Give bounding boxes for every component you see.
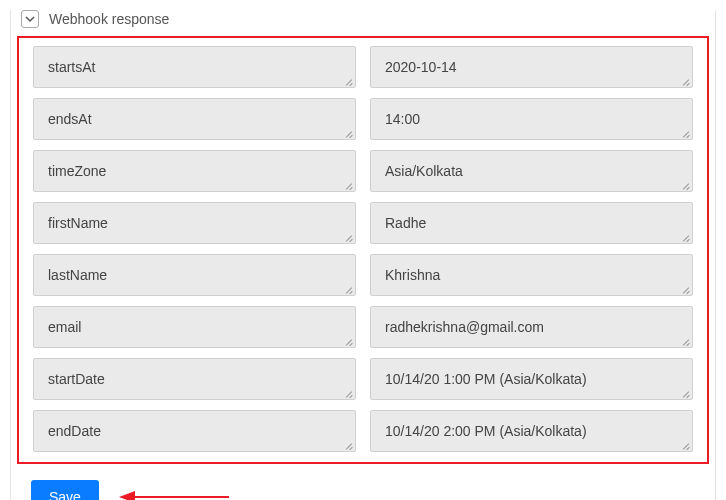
field-value-endsAt[interactable]: 14:00: [370, 98, 693, 140]
resize-handle-icon: [343, 180, 353, 190]
resize-handle-icon: [343, 128, 353, 138]
field-key-startDate[interactable]: startDate: [33, 358, 356, 400]
table-row: firstName Radhe: [33, 202, 693, 244]
resize-handle-icon: [343, 76, 353, 86]
section-header: Webhook response: [17, 10, 709, 36]
table-row: endDate 10/14/20 2:00 PM (Asia/Kolkata): [33, 410, 693, 452]
resize-handle-icon: [680, 284, 690, 294]
fields-panel: startsAt 2020-10-14 endsAt 14:00 timeZon…: [17, 36, 709, 464]
resize-handle-icon: [680, 76, 690, 86]
table-row: lastName Khrishna: [33, 254, 693, 296]
resize-handle-icon: [343, 232, 353, 242]
table-row: timeZone Asia/Kolkata: [33, 150, 693, 192]
table-row: startsAt 2020-10-14: [33, 46, 693, 88]
field-key-timeZone[interactable]: timeZone: [33, 150, 356, 192]
arrow-annotation-icon: [119, 487, 229, 500]
resize-handle-icon: [343, 284, 353, 294]
collapse-toggle[interactable]: [21, 10, 39, 28]
field-value-lastName[interactable]: Khrishna: [370, 254, 693, 296]
field-key-email[interactable]: email: [33, 306, 356, 348]
table-row: endsAt 14:00: [33, 98, 693, 140]
resize-handle-icon: [343, 388, 353, 398]
footer-actions: Save: [17, 464, 709, 500]
resize-handle-icon: [343, 440, 353, 450]
field-key-startsAt[interactable]: startsAt: [33, 46, 356, 88]
table-row: startDate 10/14/20 1:00 PM (Asia/Kolkata…: [33, 358, 693, 400]
webhook-response-panel: Webhook response startsAt 2020-10-14 end…: [10, 10, 716, 500]
table-row: email radhekrishna@gmail.com: [33, 306, 693, 348]
resize-handle-icon: [680, 388, 690, 398]
resize-handle-icon: [343, 336, 353, 346]
chevron-down-icon: [25, 11, 35, 27]
resize-handle-icon: [680, 232, 690, 242]
svg-marker-1: [119, 491, 135, 500]
field-value-startsAt[interactable]: 2020-10-14: [370, 46, 693, 88]
field-value-firstName[interactable]: Radhe: [370, 202, 693, 244]
field-value-endDate[interactable]: 10/14/20 2:00 PM (Asia/Kolkata): [370, 410, 693, 452]
field-value-email[interactable]: radhekrishna@gmail.com: [370, 306, 693, 348]
field-key-lastName[interactable]: lastName: [33, 254, 356, 296]
save-button[interactable]: Save: [31, 480, 99, 500]
field-value-startDate[interactable]: 10/14/20 1:00 PM (Asia/Kolkata): [370, 358, 693, 400]
field-key-endsAt[interactable]: endsAt: [33, 98, 356, 140]
resize-handle-icon: [680, 180, 690, 190]
resize-handle-icon: [680, 440, 690, 450]
field-key-endDate[interactable]: endDate: [33, 410, 356, 452]
resize-handle-icon: [680, 336, 690, 346]
section-title: Webhook response: [49, 11, 169, 27]
field-key-firstName[interactable]: firstName: [33, 202, 356, 244]
resize-handle-icon: [680, 128, 690, 138]
field-value-timeZone[interactable]: Asia/Kolkata: [370, 150, 693, 192]
